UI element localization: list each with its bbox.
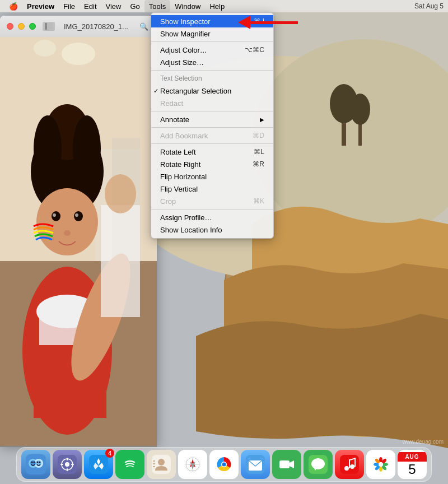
dock: 4 (16, 447, 432, 482)
desktop: 🍎 Preview File Edit View Go Tools Window… (0, 0, 448, 484)
menu-item-rotate-right[interactable]: Rotate Right ⌘R (151, 158, 273, 170)
separator-2 (151, 70, 273, 71)
svg-rect-55 (71, 464, 74, 465)
menu-item-add-bookmark[interactable]: Add Bookmark ⌘D (151, 129, 273, 142)
calendar-month: AUG (398, 452, 427, 462)
watermark: www.deuag.com (403, 439, 444, 445)
preview-window: IMG_20170820_1... 🔍 (0, 16, 157, 447)
svg-point-10 (330, 84, 358, 123)
tools-dropdown-menu: Show Inspector ⌘ I Show Magnifier Adjust… (151, 12, 274, 239)
show-magnifier-label: Show Magnifier (160, 30, 211, 38)
separator-1 (151, 41, 273, 42)
svg-point-47 (37, 462, 39, 463)
dock-launchpad[interactable] (53, 450, 82, 479)
dock-appstore[interactable]: 4 (84, 450, 113, 479)
dock-calendar[interactable]: AUG 5 (398, 450, 427, 479)
svg-point-18 (62, 43, 95, 65)
sidebar-toggle[interactable] (43, 22, 55, 31)
checkmark-icon: ✓ (153, 87, 158, 95)
svg-rect-11 (358, 118, 362, 146)
menu-window[interactable]: Window (170, 0, 205, 12)
menu-item-rotate-left[interactable]: Rotate Left ⌘L (151, 146, 273, 158)
svg-point-2 (291, 112, 448, 392)
submenu-arrow-icon: ▶ (260, 117, 264, 123)
crop-shortcut: ⌘K (253, 197, 264, 205)
menu-file[interactable]: File (59, 0, 80, 12)
svg-point-12 (350, 94, 370, 125)
dock-mail[interactable] (241, 450, 270, 479)
maximize-button[interactable] (29, 23, 36, 30)
svg-rect-86 (349, 459, 350, 468)
dock-chrome[interactable] (209, 450, 239, 479)
show-location-info-label: Show Location Info (160, 226, 222, 234)
window-titlebar: IMG_20170820_1... 🔍 (0, 16, 157, 37)
svg-rect-38 (101, 205, 140, 317)
menu-item-adjust-size[interactable]: Adjust Size… (151, 56, 273, 68)
svg-point-29 (73, 115, 101, 183)
close-button[interactable] (7, 23, 13, 30)
annotate-label: Annotate (160, 115, 189, 124)
separator-4 (151, 127, 273, 128)
svg-point-8 (252, 39, 448, 241)
svg-rect-61 (153, 460, 155, 462)
add-bookmark-label: Add Bookmark (160, 132, 208, 140)
minimize-button[interactable] (18, 23, 25, 30)
add-bookmark-shortcut: ⌘D (253, 132, 264, 139)
menu-view[interactable]: View (101, 0, 126, 12)
svg-rect-9 (342, 112, 346, 146)
svg-point-81 (311, 458, 325, 469)
menu-go[interactable]: Go (125, 0, 144, 12)
calendar-date: 5 (398, 462, 427, 477)
svg-point-36 (64, 230, 71, 236)
svg-rect-14 (48, 23, 53, 30)
menu-item-annotate[interactable]: Annotate ▶ (151, 113, 273, 125)
svg-point-39 (105, 174, 136, 213)
svg-point-31 (52, 211, 60, 221)
show-inspector-label: Show Inspector (160, 17, 211, 26)
dock-safari[interactable] (178, 450, 207, 479)
menu-item-show-magnifier[interactable]: Show Magnifier (151, 27, 273, 40)
menu-help[interactable]: Help (205, 0, 229, 12)
apple-menu[interactable]: 🍎 (4, 0, 22, 12)
svg-point-4 (319, 45, 448, 381)
dock-facetime[interactable] (272, 450, 301, 479)
svg-point-28 (34, 115, 62, 183)
menu-item-crop[interactable]: Crop ⌘K (151, 195, 273, 207)
search-button[interactable]: 🔍 (138, 20, 150, 32)
annotation-arrow (238, 16, 298, 29)
svg-point-60 (158, 459, 165, 466)
svg-point-58 (123, 458, 137, 471)
menu-edit[interactable]: Edit (80, 0, 101, 12)
crop-label: Crop (160, 197, 176, 206)
menu-item-redact[interactable]: Redact (151, 97, 273, 109)
menu-item-flip-horizontal[interactable]: Flip Horizontal (151, 170, 273, 183)
menu-item-show-location-info[interactable]: Show Location Info (151, 224, 273, 236)
dock-finder[interactable] (21, 450, 50, 479)
menu-item-adjust-color[interactable]: Adjust Color… ⌥⌘C (151, 44, 273, 56)
dock-spotify[interactable] (115, 450, 144, 479)
svg-rect-13 (45, 23, 47, 30)
rectangular-selection-label: Rectangular Selection (160, 87, 231, 95)
menubar-clock: Sat Aug 5 (414, 2, 444, 10)
app-name[interactable]: Preview (22, 0, 59, 12)
svg-rect-78 (279, 460, 290, 468)
svg-point-19 (34, 40, 56, 57)
menu-item-rectangular-selection[interactable]: ✓ Rectangular Selection (151, 85, 273, 97)
menubar: 🍎 Preview File Edit View Go Tools Window… (0, 0, 448, 12)
menu-item-assign-profile[interactable]: Assign Profile… (151, 211, 273, 224)
menu-tools[interactable]: Tools (144, 0, 170, 12)
dock-messages[interactable] (304, 450, 333, 479)
arrow-shaft (250, 21, 298, 24)
rotate-right-shortcut: ⌘R (253, 160, 264, 168)
svg-point-46 (34, 462, 35, 463)
menu-item-flip-vertical[interactable]: Flip Vertical (151, 183, 273, 195)
svg-point-85 (350, 464, 354, 469)
svg-point-33 (53, 213, 56, 217)
rotate-left-shortcut: ⌘L (254, 148, 264, 156)
dock-music[interactable] (335, 450, 364, 479)
flip-horizontal-label: Flip Horizontal (160, 173, 207, 181)
arrow-head-icon (238, 16, 250, 29)
dock-contacts[interactable] (147, 450, 176, 479)
appstore-badge: 4 (105, 449, 114, 458)
dock-photos[interactable] (366, 450, 395, 479)
